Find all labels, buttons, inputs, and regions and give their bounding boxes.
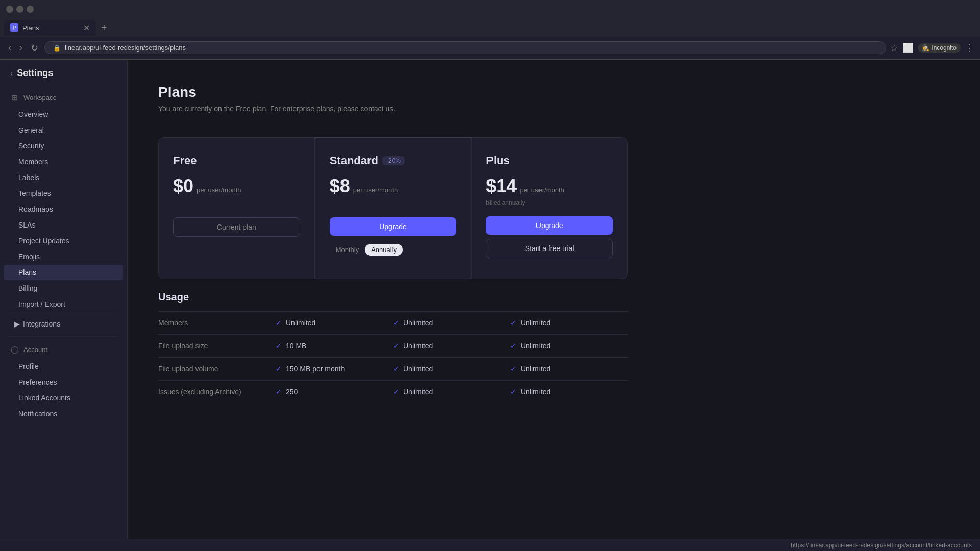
usage-value-standard-file-volume: ✓ Unlimited xyxy=(393,365,510,373)
sidebar-item-security[interactable]: Security xyxy=(4,138,123,154)
back-nav-button[interactable]: ‹ xyxy=(6,40,13,55)
sidebar-item-roadmaps[interactable]: Roadmaps xyxy=(4,202,123,217)
browser-tab[interactable]: P Plans ✕ xyxy=(4,20,96,36)
start-trial-button[interactable]: Start a free trial xyxy=(486,239,613,258)
incognito-icon: 🕵 xyxy=(922,44,929,52)
feature-label-file-upload-size: File upload size xyxy=(158,342,276,350)
nav-bar: ‹ › ↻ 🔒 linear.app/ui-feed-redesign/sett… xyxy=(0,37,980,59)
billing-toggle-standard: Monthly Annually xyxy=(330,244,457,256)
usage-value-plus-file-volume: ✓ Unlimited xyxy=(510,365,628,373)
tab-favicon: P xyxy=(10,23,18,32)
billing-annually[interactable]: Annually xyxy=(365,244,403,256)
extensions-button[interactable]: ⬜ xyxy=(902,42,914,54)
window-close-btn[interactable] xyxy=(6,6,13,13)
plan-card-standard: Standard -20% $8 per user/month Upgrade … xyxy=(315,137,472,279)
sidebar-item-emojis[interactable]: Emojis xyxy=(4,249,123,264)
title-bar xyxy=(0,0,980,18)
sidebar-item-notifications[interactable]: Notifications xyxy=(4,406,123,421)
usage-value-free-file-size: ✓ 10 MB xyxy=(276,342,393,350)
price-detail-standard: per user/month xyxy=(353,186,398,194)
page-subtitle: You are currently on the Free plan. For … xyxy=(158,105,949,113)
plan-card-plus: Plus $14 per user/month billed annually … xyxy=(471,137,628,279)
check-icon: ✓ xyxy=(510,365,517,373)
account-section-header: ◯ Account xyxy=(0,341,127,358)
check-icon: ✓ xyxy=(510,319,517,327)
sidebar-item-preferences[interactable]: Preferences xyxy=(4,374,123,390)
usage-title: Usage xyxy=(158,279,628,311)
feature-label-members: Members xyxy=(158,319,276,327)
usage-value-plus-issues: ✓ Unlimited xyxy=(510,388,628,396)
plans-grid: Free $0 per user/month Current plan Stan… xyxy=(158,137,628,279)
billing-monthly[interactable]: Monthly xyxy=(330,244,365,256)
check-icon: ✓ xyxy=(276,365,282,373)
plan-price-plus: $14 per user/month xyxy=(486,176,613,197)
bookmark-button[interactable]: ☆ xyxy=(890,42,898,54)
usage-row-members: Members ✓ Unlimited ✓ Unlimited ✓ Unlimi… xyxy=(158,311,628,334)
lock-icon: 🔒 xyxy=(53,44,61,52)
sidebar-item-templates[interactable]: Templates xyxy=(4,186,123,201)
check-icon: ✓ xyxy=(510,342,517,350)
sidebar-item-slas[interactable]: SLAs xyxy=(4,217,123,233)
usage-value-standard-members: ✓ Unlimited xyxy=(393,319,510,327)
sidebar-divider-2 xyxy=(8,336,119,337)
check-icon: ✓ xyxy=(276,388,282,396)
forward-nav-button[interactable]: › xyxy=(17,40,24,55)
sidebar-divider-1 xyxy=(8,314,119,314)
sidebar-item-profile[interactable]: Profile xyxy=(4,359,123,374)
sidebar-item-plans[interactable]: Plans xyxy=(4,265,123,280)
back-button[interactable]: ‹ xyxy=(10,69,13,78)
check-icon: ✓ xyxy=(276,319,282,327)
sidebar: ‹ Settings ⊞ Workspace Overview General … xyxy=(0,60,128,551)
reload-nav-button[interactable]: ↻ xyxy=(29,40,40,56)
plan-card-free: Free $0 per user/month Current plan xyxy=(158,137,315,279)
usage-value-plus-file-size: ✓ Unlimited xyxy=(510,342,628,350)
sidebar-item-general[interactable]: General xyxy=(4,122,123,138)
sidebar-item-import-export[interactable]: Import / Export xyxy=(4,296,123,312)
new-tab-button[interactable]: + xyxy=(98,22,110,34)
sidebar-item-project-updates[interactable]: Project Updates xyxy=(4,233,123,248)
workspace-label: Workspace xyxy=(23,94,57,102)
workspace-icon: ⊞ xyxy=(10,93,19,102)
sidebar-item-linked-accounts[interactable]: Linked Accounts xyxy=(4,390,123,406)
usage-value-free-issues: ✓ 250 xyxy=(276,388,393,396)
upgrade-plus-button[interactable]: Upgrade xyxy=(486,216,613,235)
check-icon: ✓ xyxy=(393,365,399,373)
sidebar-item-billing[interactable]: Billing xyxy=(4,281,123,296)
account-icon: ◯ xyxy=(10,345,19,354)
plan-name-free: Free xyxy=(173,154,300,167)
workspace-section: ⊞ Workspace Overview General Security Me… xyxy=(0,87,127,334)
current-plan-button: Current plan xyxy=(173,217,300,237)
sidebar-item-members[interactable]: Members xyxy=(4,154,123,169)
plan-name-standard: Standard -20% xyxy=(330,154,457,167)
sidebar-header: ‹ Settings xyxy=(0,60,127,87)
usage-value-plus-members: ✓ Unlimited xyxy=(510,319,628,327)
usage-row-issues: Issues (excluding Archive) ✓ 250 ✓ Unlim… xyxy=(158,380,628,403)
menu-button[interactable]: ⋮ xyxy=(965,42,974,54)
account-section: ◯ Account Profile Preferences Linked Acc… xyxy=(0,339,127,424)
account-label: Account xyxy=(23,346,47,354)
check-icon: ✓ xyxy=(393,388,399,396)
settings-title: Settings xyxy=(17,68,53,79)
status-url: https://linear.app/ui-feed-redesign/sett… xyxy=(791,542,972,549)
plan-price-standard: $8 per user/month xyxy=(330,176,457,197)
browser-chrome: P Plans ✕ + ‹ › ↻ 🔒 linear.app/ui-feed-r… xyxy=(0,0,980,60)
upgrade-standard-button[interactable]: Upgrade xyxy=(330,217,457,236)
sidebar-item-integrations[interactable]: ▶ Integrations xyxy=(4,316,123,332)
price-amount-plus: $14 xyxy=(486,176,517,197)
sidebar-item-overview[interactable]: Overview xyxy=(4,107,123,122)
status-bar: https://linear.app/ui-feed-redesign/sett… xyxy=(0,539,980,551)
address-bar[interactable]: 🔒 linear.app/ui-feed-redesign/settings/p… xyxy=(44,41,886,54)
usage-value-free-file-volume: ✓ 150 MB per month xyxy=(276,365,393,373)
window-minimize-btn[interactable] xyxy=(16,6,23,13)
tab-close-icon[interactable]: ✕ xyxy=(83,23,90,33)
incognito-badge: 🕵 Incognito xyxy=(918,43,961,53)
feature-label-file-upload-volume: File upload volume xyxy=(158,365,276,373)
check-icon: ✓ xyxy=(393,319,399,327)
app-layout: ‹ Settings ⊞ Workspace Overview General … xyxy=(0,60,980,551)
check-icon: ✓ xyxy=(393,342,399,350)
url-text: linear.app/ui-feed-redesign/settings/pla… xyxy=(65,44,186,52)
usage-value-standard-issues: ✓ Unlimited xyxy=(393,388,510,396)
sidebar-item-labels[interactable]: Labels xyxy=(4,170,123,185)
feature-label-issues: Issues (excluding Archive) xyxy=(158,388,276,396)
window-maximize-btn[interactable] xyxy=(27,6,34,13)
